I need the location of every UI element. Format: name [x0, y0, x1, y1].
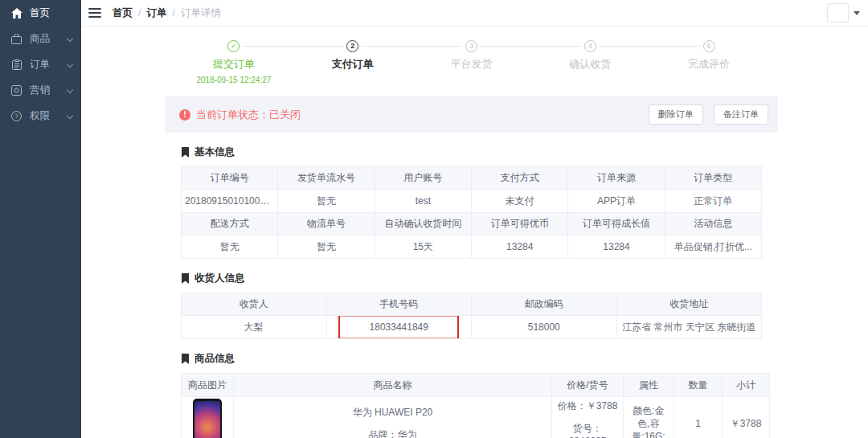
col-header: 订单类型 [665, 167, 761, 190]
col-header: 价格/货号 [552, 374, 624, 397]
home-icon [10, 7, 23, 19]
section-title-text: 商品信息 [194, 352, 235, 366]
col-header: 订单可得成长值 [568, 213, 665, 235]
col-header: 收货地址 [616, 293, 762, 316]
step-label: 支付订单 [293, 57, 412, 72]
col-header: 支付方式 [471, 167, 567, 190]
avatar[interactable] [827, 3, 849, 23]
shield-question-icon: ? [10, 110, 23, 122]
order-number: 201809150101000001 [182, 190, 278, 213]
table-row: 201809150101000001 暂无 test 未支付 APP订单 正常订… [182, 190, 762, 213]
payment-method: 未支付 [471, 190, 567, 213]
basic-info-section: 基本信息 订单编号 发货单流水号 用户账号 支付方式 订单来源 订单类型 201… [165, 145, 778, 259]
delete-order-button[interactable]: 删除订单 [649, 104, 703, 125]
step-label: 提交订单 [174, 57, 293, 72]
col-header: 自动确认收货时间 [375, 213, 471, 235]
topbar: 首页 / 订单 / 订单详情 [81, 0, 868, 27]
chevron-down-icon [67, 87, 73, 93]
order-status-text: 当前订单状态：已关闭 [196, 108, 301, 122]
consignee-section: 收货人信息 收货人 手机号码 邮政编码 收货地址 大梨 18033441849 … [165, 272, 778, 339]
sidebar-item-home[interactable]: 首页 [0, 0, 81, 26]
table-header-row: 订单编号 发货单流水号 用户账号 支付方式 订单来源 订单类型 [182, 167, 762, 190]
main-area: 首页 / 订单 / 订单详情 ✓ 提交订单 2018-09-15 12:24:2… [81, 0, 868, 438]
col-header: 属性 [624, 374, 674, 397]
remark-order-button[interactable]: 备注订单 [714, 104, 768, 125]
delivery-method: 暂无 [182, 235, 278, 259]
sidebar-item-marketing[interactable]: 营销 [0, 77, 81, 103]
order-progress-stepper: ✓ 提交订单 2018-09-15 12:24:27 2 支付订单 3 平台发货… [165, 27, 778, 93]
step-number: 4 [584, 40, 596, 52]
col-header: 邮政编码 [472, 293, 617, 316]
sidebar-item-label: 首页 [30, 6, 75, 20]
product-table: 商品图片 商品名称 价格/货号 属性 数量 小计 华为 HUAWEI P20 品… [181, 373, 770, 438]
consignee-table: 收货人 手机号码 邮政编码 收货地址 大梨 18033441849 518000… [181, 293, 762, 339]
breadcrumb-separator: / [138, 7, 141, 18]
table-row: 暂无 暂无 15天 13284 13284 单品促销,打折优... [182, 235, 762, 259]
section-title-text: 收货人信息 [194, 272, 245, 285]
breadcrumb-separator: / [172, 7, 174, 18]
sidebar-item-products[interactable]: 商品 [0, 26, 81, 51]
topbar-right [827, 3, 860, 23]
sidebar-item-label: 商品 [30, 32, 67, 46]
col-header: 小计 [723, 374, 770, 397]
product-quantity: 1 [674, 397, 723, 438]
col-header: 数量 [674, 374, 723, 397]
order-status-bar: ! 当前订单状态：已关闭 删除订单 备注订单 [165, 96, 778, 133]
step-complete-review: 5 完成评价 [649, 40, 768, 85]
marketing-icon [10, 84, 23, 96]
logistics-number: 暂无 [278, 235, 375, 259]
product-subtotal: ￥3788 [723, 397, 770, 438]
order-source: APP订单 [568, 190, 665, 213]
sidebar-item-label: 订单 [30, 58, 67, 72]
shopping-bag-icon [10, 33, 23, 45]
section-title-products: 商品信息 [181, 352, 762, 366]
step-timestamp: 2018-09-15 12:24:27 [174, 76, 293, 85]
hamburger-menu-icon[interactable] [88, 8, 101, 18]
step-confirm-receipt: 4 确认收货 [530, 40, 649, 85]
basic-info-table: 订单编号 发货单流水号 用户账号 支付方式 订单来源 订单类型 20180915… [181, 166, 762, 259]
col-header: 商品名称 [234, 374, 552, 397]
product-sku: 货号：6946605 [555, 422, 620, 438]
col-header: 手机号码 [326, 293, 472, 316]
col-header: 订单编号 [182, 167, 278, 190]
sidebar-item-orders[interactable]: 订单 [0, 51, 81, 77]
sidebar: 首页 商品 订单 营销 ? 权限 [0, 0, 81, 438]
col-header: 活动信息 [665, 213, 761, 235]
chevron-down-icon [67, 61, 73, 68]
col-header: 订单来源 [568, 167, 665, 190]
bookmark-icon [181, 354, 190, 364]
svg-text:?: ? [14, 113, 18, 120]
product-price: 价格：￥3788 [555, 399, 620, 412]
check-icon: ✓ [227, 40, 240, 52]
phone-number: 18033441849 [370, 321, 428, 333]
price-sku-cell: 价格：￥3788 货号：6946605 [552, 397, 624, 438]
breadcrumb: 首页 / 订单 / 订单详情 [113, 6, 221, 20]
section-title-basic-info: 基本信息 [181, 145, 762, 159]
breadcrumb-order-detail: 订单详情 [181, 6, 221, 20]
caret-down-icon[interactable] [854, 11, 860, 15]
clipboard-icon [10, 59, 23, 71]
step-platform-ship: 3 平台发货 [412, 40, 531, 85]
exclamation-icon: ! [179, 109, 190, 121]
product-image-huawei-p20 [193, 399, 222, 438]
section-title-text: 基本信息 [194, 145, 235, 159]
product-name-cell: 华为 HUAWEI P20 品牌：华为 [234, 397, 552, 438]
breadcrumb-home[interactable]: 首页 [113, 6, 133, 20]
col-header: 配送方式 [182, 213, 278, 235]
product-attributes: 颜色:金色,容量:16G; [624, 397, 674, 438]
phone-number-cell: 18033441849 [326, 316, 472, 339]
product-section: 商品信息 商品图片 商品名称 价格/货号 属性 数量 小计 [165, 352, 778, 438]
promotion-info: 单品促销,打折优... [665, 235, 761, 259]
sidebar-item-label: 权限 [30, 109, 67, 123]
auto-confirm-days: 15天 [375, 235, 471, 259]
order-growth-value: 13284 [568, 235, 665, 259]
user-account: test [375, 190, 471, 213]
step-label: 平台发货 [412, 57, 531, 72]
step-number: 5 [703, 40, 715, 52]
breadcrumb-orders[interactable]: 订单 [146, 6, 166, 20]
table-header-row: 商品图片 商品名称 价格/货号 属性 数量 小计 [182, 374, 770, 397]
col-header: 用户账号 [375, 167, 471, 190]
order-coins: 13284 [471, 235, 567, 259]
sidebar-item-permissions[interactable]: ? 权限 [0, 103, 81, 129]
step-label: 确认收货 [530, 57, 649, 72]
